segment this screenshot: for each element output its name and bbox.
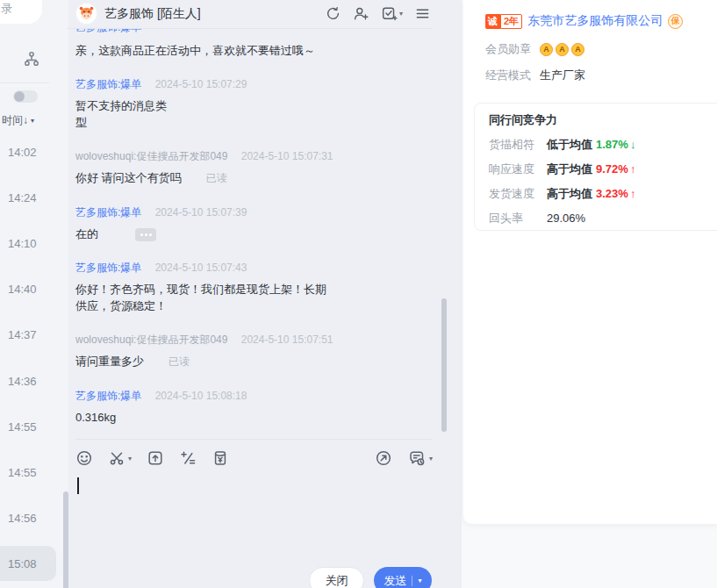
message-timestamp: 2024-5-10 15:07:39: [155, 206, 247, 219]
transfer-icon[interactable]: [375, 449, 392, 467]
send-button[interactable]: 发送 ▾: [374, 567, 432, 588]
filter-toggle[interactable]: [13, 90, 38, 103]
guarantee-badge-icon: 保: [668, 14, 683, 29]
sender-name[interactable]: 艺多服饰:爆单: [75, 206, 141, 219]
payment-icon[interactable]: [212, 449, 229, 467]
business-mode-row: 经营模式 生产厂家: [485, 68, 585, 83]
medal-row: 会员勋章 A A A: [485, 41, 584, 57]
chevron-down-icon[interactable]: ▾: [418, 577, 421, 584]
read-status: 已读: [206, 172, 227, 184]
sender-name[interactable]: woloveshuqi:促佳搜品开发部049: [75, 333, 227, 346]
screenshot-scissors-icon[interactable]: ▾: [108, 449, 132, 467]
list-item[interactable]: 14:40: [8, 283, 37, 296]
chengxintong-badge: 诚 2年: [485, 14, 522, 29]
sort-by-time[interactable]: 时间↓ ▾: [2, 113, 34, 128]
message-text: 0.316kg: [75, 409, 433, 426]
metric-label: 货描相符: [489, 137, 547, 153]
mode-label: 经营模式: [485, 68, 531, 83]
medal-icons: A A A: [540, 43, 584, 56]
menu-icon[interactable]: [414, 5, 431, 22]
create-task-icon[interactable]: ▾: [381, 5, 403, 22]
message-meta: 艺多服饰:爆单 2024-5-10 15:08:18: [75, 390, 433, 402]
competitiveness-title: 同行间竞争力: [489, 112, 713, 128]
metric-label: 响应速度: [489, 161, 547, 177]
message-meta: 艺多服饰:爆单 2024-5-10 15:07:43: [75, 262, 433, 274]
member-years-badge: 2年: [500, 14, 522, 29]
chat-header: 艺多服饰 [陌生人]: [68, 0, 461, 28]
list-item[interactable]: 14:55: [8, 466, 37, 479]
list-item[interactable]: 14:36: [8, 375, 37, 388]
quote-icon[interactable]: [179, 449, 197, 467]
medal-a-icon: A: [540, 43, 553, 56]
search-input[interactable]: 录: [0, 0, 42, 24]
chat-title: 艺多服饰 [陌生人]: [104, 6, 201, 22]
org-structure-icon[interactable]: [23, 50, 40, 68]
text-input-caret[interactable]: [77, 477, 79, 494]
chevron-down-icon: ▾: [31, 117, 34, 125]
sender-name[interactable]: 艺多服饰:爆单: [75, 262, 141, 274]
chat-scrollbar[interactable]: [441, 298, 447, 432]
list-item[interactable]: 14:02: [8, 146, 37, 159]
metric-row: 回头率 29.06%: [489, 211, 713, 226]
emoji-icon[interactable]: [75, 449, 93, 467]
mode-value: 生产厂家: [540, 68, 585, 83]
sender-name[interactable]: 艺多服饰:爆单: [75, 390, 141, 402]
message-text: 暂不支持的消息类 型: [75, 97, 433, 131]
chat-history-icon[interactable]: ▾: [408, 449, 433, 467]
chevron-down-icon: ▾: [429, 455, 433, 463]
chevron-down-icon: ▾: [128, 455, 132, 463]
refresh-icon[interactable]: [325, 5, 341, 22]
message-list: 艺多服饰:爆单 亲，这款商品正在活动中，喜欢就不要错过哦～ 艺多服饰:爆单 20…: [75, 29, 433, 426]
chevron-down-icon: ▾: [399, 10, 403, 18]
sender-name[interactable]: woloveshuqi:促佳搜品开发部049: [75, 150, 227, 162]
list-item[interactable]: 14:55: [8, 420, 37, 434]
metric-value: 9.72%: [596, 161, 628, 177]
metric-row: 响应速度 高于均值 9.72% ↑: [489, 161, 713, 177]
competitiveness-card: 同行间竞争力 货描相符 低于均值 1.87% ↓ 响应速度 高于均值 9.72%…: [474, 103, 717, 231]
message-text: 请问重量多少: [75, 355, 144, 368]
send-split-divider: [412, 576, 412, 586]
list-item-selected[interactable]: 15:08: [0, 546, 56, 581]
message-row: 请问重量多少已读: [75, 353, 433, 370]
metric-value: 29.06%: [547, 211, 585, 226]
message-text: 你好 请问这个有货吗: [75, 171, 182, 184]
message-meta: woloveshuqi:促佳搜品开发部049 2024-5-10 15:07:5…: [75, 333, 433, 346]
message-text: 亲，这款商品正在活动中，喜欢就不要错过哦～: [75, 42, 433, 59]
list-item[interactable]: 14:56: [8, 512, 37, 525]
chat-panel: 艺多服饰 [陌生人]: [68, 0, 461, 588]
toggle-knob: [14, 91, 25, 102]
more-actions-icon[interactable]: [135, 228, 156, 241]
clipped-sender-row: 艺多服饰:爆单: [75, 29, 433, 33]
medal-label: 会员勋章: [485, 41, 531, 57]
message-timestamp: 2024-5-10 15:07:51: [241, 333, 333, 346]
list-item[interactable]: 14:10: [8, 237, 37, 250]
conversation-sidebar: 录 时间↓ ▾ 14:02 14:24 14:10 14:40 14:37 14…: [0, 0, 68, 588]
sort-label: 时间↓: [2, 113, 28, 128]
metric-prefix: 低于均值: [547, 137, 592, 153]
read-status: 已读: [168, 355, 190, 368]
metric-row: 货描相符 低于均值 1.87% ↓: [489, 137, 713, 153]
sender-name[interactable]: 艺多服饰:爆单: [75, 78, 141, 90]
avatar[interactable]: [75, 3, 97, 25]
list-item[interactable]: 14:37: [8, 328, 37, 341]
metric-value: 3.23%: [596, 186, 628, 202]
metric-prefix: 高于均值: [547, 186, 592, 202]
message-meta: 艺多服饰:爆单 2024-5-10 15:07:29: [75, 78, 433, 90]
search-text-fragment: 录: [1, 1, 12, 17]
add-contact-icon[interactable]: [353, 5, 369, 22]
company-title-row: 诚 2年 东莞市艺多服饰有限公司 保: [485, 13, 683, 29]
company-name-link[interactable]: 东莞市艺多服饰有限公司: [527, 13, 663, 29]
up-arrow-icon: ↑: [630, 186, 636, 202]
metric-prefix: 高于均值: [547, 161, 592, 177]
message-timestamp: 2024-5-10 15:07:43: [155, 262, 247, 274]
send-file-icon[interactable]: [147, 449, 164, 467]
message-meta: 艺多服饰:爆单 2024-5-10 15:07:39: [75, 206, 433, 219]
company-info-panel: 诚 2年 东莞市艺多服饰有限公司 保 会员勋章 A A A 经营模式 生产厂家 …: [461, 0, 717, 588]
list-item[interactable]: 14:24: [8, 191, 37, 204]
company-card: 诚 2年 东莞市艺多服饰有限公司 保 会员勋章 A A A 经营模式 生产厂家 …: [463, 0, 717, 524]
metric-value: 1.87%: [596, 137, 628, 153]
up-arrow-icon: ↑: [630, 161, 636, 177]
close-button[interactable]: 关闭: [309, 567, 364, 588]
message-timestamp: 2024-5-10 15:07:29: [155, 78, 247, 90]
metric-label: 发货速度: [489, 186, 547, 202]
